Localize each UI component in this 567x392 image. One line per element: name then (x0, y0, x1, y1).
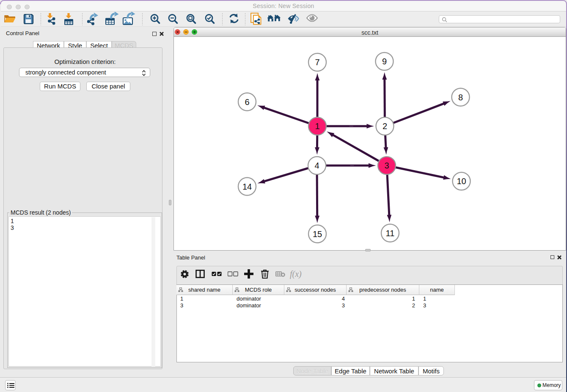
svg-text:2: 2 (383, 121, 387, 131)
svg-text:8: 8 (458, 93, 463, 102)
svg-text:3: 3 (384, 161, 389, 170)
svg-text:1: 1 (315, 121, 319, 131)
svg-text:4: 4 (314, 161, 319, 170)
svg-text:9: 9 (382, 57, 387, 66)
svg-text:15: 15 (313, 229, 322, 239)
svg-text:11: 11 (386, 229, 395, 238)
svg-text:10: 10 (457, 177, 466, 186)
svg-text:14: 14 (242, 182, 252, 191)
svg-text:6: 6 (245, 97, 249, 107)
svg-text:7: 7 (315, 58, 319, 67)
